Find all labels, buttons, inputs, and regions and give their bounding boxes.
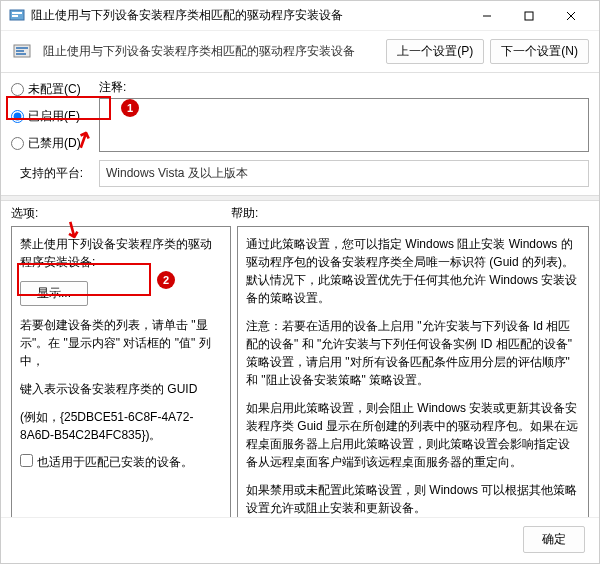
- options-section-label: 选项:: [11, 205, 231, 222]
- radio-enabled[interactable]: 已启用(E): [11, 108, 89, 125]
- policy-icon: [11, 41, 33, 63]
- options-hint-2: 键入表示设备安装程序类的 GUID: [20, 380, 222, 398]
- options-hint-1: 若要创建设备类的列表，请单击 "显示"。在 "显示内容" 对话框的 "值" 列中…: [20, 316, 222, 370]
- app-icon: [9, 8, 25, 24]
- svg-rect-2: [12, 15, 18, 17]
- svg-rect-4: [525, 12, 533, 20]
- svg-rect-9: [16, 50, 24, 52]
- close-button[interactable]: [551, 2, 591, 30]
- radio-disabled-input[interactable]: [11, 137, 24, 150]
- apply-to-installed-checkbox[interactable]: [20, 454, 33, 467]
- svg-rect-1: [12, 12, 22, 14]
- options-panel: 禁止使用下列设备安装程序类的驱动程序安装设备: 显示... 若要创建设备类的列表…: [11, 226, 231, 517]
- supported-on-value: Windows Vista 及以上版本: [99, 160, 589, 187]
- radio-enabled-label: 已启用(E): [28, 108, 80, 125]
- help-paragraph-2: 注意：若要在适用的设备上启用 "允许安装与下列设备 Id 相匹配的设备" 和 "…: [246, 317, 580, 389]
- radio-enabled-input[interactable]: [11, 110, 24, 123]
- policy-title: 阻止使用与下列设备安装程序类相匹配的驱动程序安装设备: [43, 43, 376, 60]
- radio-not-configured-label: 未配置(C): [28, 81, 81, 98]
- comment-textarea[interactable]: [99, 98, 589, 152]
- options-title: 禁止使用下列设备安装程序类的驱动程序安装设备:: [20, 235, 222, 271]
- supported-on-label: 支持的平台:: [11, 165, 89, 182]
- maximize-button[interactable]: [509, 2, 549, 30]
- show-button[interactable]: 显示...: [20, 281, 88, 306]
- previous-setting-button[interactable]: 上一个设置(P): [386, 39, 484, 64]
- radio-not-configured-input[interactable]: [11, 83, 24, 96]
- next-setting-button[interactable]: 下一个设置(N): [490, 39, 589, 64]
- minimize-button[interactable]: [467, 2, 507, 30]
- apply-to-installed-label: 也适用于匹配已安装的设备。: [37, 454, 193, 471]
- help-panel: 通过此策略设置，您可以指定 Windows 阻止安装 Windows 的驱动程序…: [237, 226, 589, 517]
- help-section-label: 帮助:: [231, 205, 589, 222]
- radio-not-configured[interactable]: 未配置(C): [11, 81, 89, 98]
- window-title: 阻止使用与下列设备安装程序类相匹配的驱动程序安装设备: [31, 7, 467, 24]
- help-paragraph-4: 如果禁用或未配置此策略设置，则 Windows 可以根据其他策略设置允许或阻止安…: [246, 481, 580, 517]
- radio-disabled[interactable]: 已禁用(D): [11, 135, 89, 152]
- options-hint-3: (例如，{25DBCE51-6C8F-4A72-8A6D-B54C2B4FC83…: [20, 408, 222, 444]
- help-paragraph-1: 通过此策略设置，您可以指定 Windows 阻止安装 Windows 的驱动程序…: [246, 235, 580, 307]
- radio-disabled-label: 已禁用(D): [28, 135, 81, 152]
- comment-label: 注释:: [99, 79, 589, 96]
- ok-button[interactable]: 确定: [523, 526, 585, 553]
- svg-rect-10: [16, 53, 26, 55]
- help-paragraph-3: 如果启用此策略设置，则会阻止 Windows 安装或更新其设备安装程序类 Gui…: [246, 399, 580, 471]
- svg-rect-8: [16, 47, 28, 49]
